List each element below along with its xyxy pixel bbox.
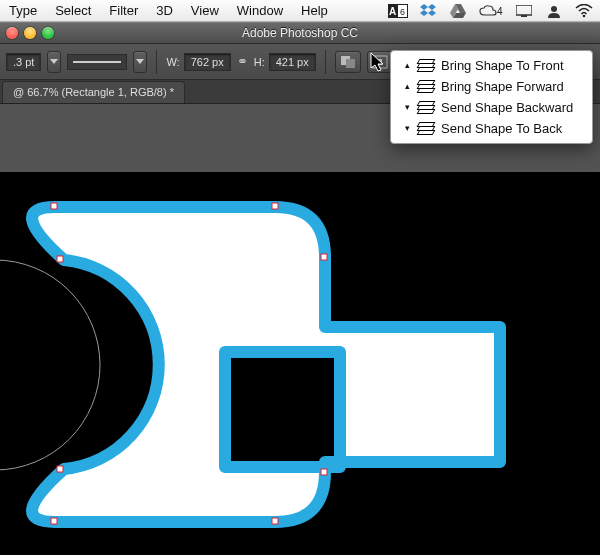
ellipse-selection-outline bbox=[0, 260, 100, 470]
width-field[interactable]: 762 px bbox=[184, 53, 231, 71]
close-window-button[interactable] bbox=[6, 27, 18, 39]
stroke-weight-dropdown[interactable] bbox=[47, 51, 61, 73]
svg-point-7 bbox=[551, 6, 557, 12]
wifi-icon[interactable] bbox=[574, 0, 594, 22]
svg-text:6: 6 bbox=[400, 7, 405, 17]
width-label: W: bbox=[166, 56, 179, 68]
menu-item-label: Send Shape To Back bbox=[441, 121, 562, 136]
document-tab-label: @ 66.7% (Rectangle 1, RGB/8) * bbox=[13, 86, 174, 98]
svg-rect-22 bbox=[57, 256, 63, 262]
svg-rect-17 bbox=[272, 203, 278, 209]
document-tab[interactable]: @ 66.7% (Rectangle 1, RGB/8) * bbox=[2, 81, 185, 103]
google-drive-icon[interactable] bbox=[448, 0, 468, 22]
svg-rect-5 bbox=[516, 5, 532, 15]
menu-item-label: Send Shape Backward bbox=[441, 100, 573, 115]
svg-text:A: A bbox=[389, 6, 396, 17]
layers-icon bbox=[418, 59, 434, 73]
svg-rect-16 bbox=[51, 203, 57, 209]
svg-point-8 bbox=[583, 14, 586, 17]
stroke-style-preview[interactable] bbox=[67, 54, 127, 70]
zoom-window-button[interactable] bbox=[42, 27, 54, 39]
bring-to-front-item[interactable]: ▴ Bring Shape To Front bbox=[391, 55, 592, 76]
svg-rect-21 bbox=[51, 518, 57, 524]
svg-rect-20 bbox=[272, 518, 278, 524]
canvas-svg bbox=[0, 172, 600, 555]
path-alignment-button[interactable] bbox=[367, 51, 393, 73]
height-field[interactable]: 421 px bbox=[269, 53, 316, 71]
menu-item-label: Bring Shape Forward bbox=[441, 79, 564, 94]
separator bbox=[325, 50, 326, 74]
svg-rect-23 bbox=[57, 466, 63, 472]
menubar-left: Type Select Filter 3D View Window Help bbox=[0, 0, 337, 22]
window-titlebar: Adobe Photoshop CC bbox=[0, 22, 600, 44]
svg-rect-12 bbox=[376, 59, 382, 65]
cc-cloud-icon[interactable]: 4 bbox=[478, 0, 504, 22]
stroke-style-dropdown[interactable] bbox=[133, 51, 147, 73]
svg-rect-6 bbox=[521, 15, 527, 17]
menu-window[interactable]: Window bbox=[228, 0, 292, 22]
menu-type[interactable]: Type bbox=[0, 0, 46, 22]
up-arrow-icon: ▴ bbox=[405, 61, 410, 70]
adobe-cc-icon[interactable]: A6 bbox=[388, 0, 408, 22]
layers-icon bbox=[418, 122, 434, 136]
stroke-weight-field[interactable]: .3 pt bbox=[6, 53, 41, 71]
menubar-extras: A6 4 bbox=[388, 0, 600, 22]
menu-help[interactable]: Help bbox=[292, 0, 337, 22]
down-arrow-icon: ▾ bbox=[405, 103, 410, 112]
bring-forward-item[interactable]: ▴ Bring Shape Forward bbox=[391, 76, 592, 97]
svg-rect-19 bbox=[321, 469, 327, 475]
layers-icon bbox=[418, 101, 434, 115]
send-to-back-item[interactable]: ▾ Send Shape To Back bbox=[391, 118, 592, 139]
workspace bbox=[0, 104, 600, 555]
svg-text:4: 4 bbox=[497, 6, 503, 17]
separator bbox=[156, 50, 157, 74]
window-traffic-lights bbox=[6, 27, 54, 39]
shape-path bbox=[32, 207, 500, 522]
menu-3d[interactable]: 3D bbox=[147, 0, 182, 22]
menu-filter[interactable]: Filter bbox=[100, 0, 147, 22]
menu-view[interactable]: View bbox=[182, 0, 228, 22]
minimize-window-button[interactable] bbox=[24, 27, 36, 39]
menu-item-label: Bring Shape To Front bbox=[441, 58, 564, 73]
layers-icon bbox=[418, 80, 434, 94]
window-title: Adobe Photoshop CC bbox=[242, 26, 358, 40]
link-wh-icon[interactable]: ⚭ bbox=[237, 54, 248, 69]
svg-rect-18 bbox=[321, 254, 327, 260]
vector-shape[interactable] bbox=[0, 207, 500, 522]
height-label: H: bbox=[254, 56, 265, 68]
send-backward-item[interactable]: ▾ Send Shape Backward bbox=[391, 97, 592, 118]
up-arrow-icon: ▴ bbox=[405, 82, 410, 91]
dropbox-icon[interactable] bbox=[418, 0, 438, 22]
arrangement-dropdown: ▴ Bring Shape To Front ▴ Bring Shape For… bbox=[390, 50, 593, 144]
canvas[interactable] bbox=[0, 172, 600, 555]
displays-icon[interactable] bbox=[514, 0, 534, 22]
path-operations-button[interactable] bbox=[335, 51, 361, 73]
down-arrow-icon: ▾ bbox=[405, 124, 410, 133]
fast-user-icon[interactable] bbox=[544, 0, 564, 22]
mac-menubar: Type Select Filter 3D View Window Help A… bbox=[0, 0, 600, 22]
svg-rect-10 bbox=[346, 59, 355, 68]
menu-select[interactable]: Select bbox=[46, 0, 100, 22]
